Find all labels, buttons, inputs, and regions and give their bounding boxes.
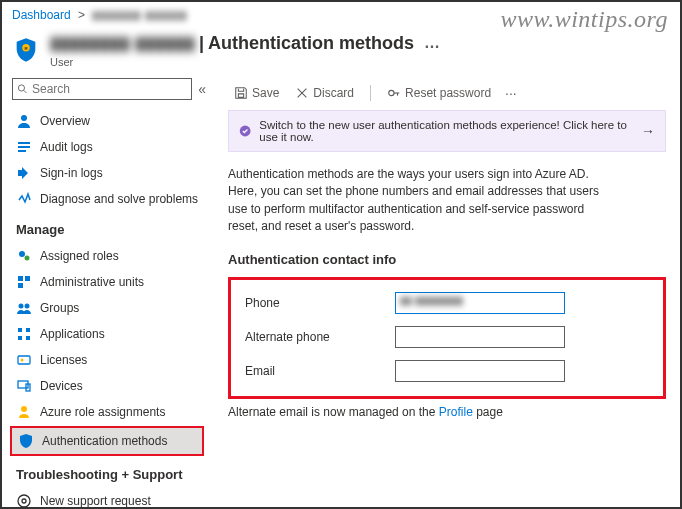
svg-rect-6 bbox=[18, 146, 30, 148]
sidebar-item-diagnose[interactable]: Diagnose and solve problems bbox=[10, 186, 210, 212]
sidebar-item-label: Sign-in logs bbox=[40, 166, 103, 180]
svg-rect-15 bbox=[18, 328, 22, 332]
log-icon bbox=[16, 139, 32, 155]
alternate-email-note: Alternate email is now managed on the Pr… bbox=[228, 405, 666, 419]
licenses-icon bbox=[16, 352, 32, 368]
main-content: Save Discard Reset password ··· Switch t… bbox=[210, 76, 680, 509]
sidebar-item-label: Applications bbox=[40, 327, 105, 341]
admin-units-icon bbox=[16, 274, 32, 290]
sidebar-item-label: Audit logs bbox=[40, 140, 93, 154]
breadcrumb-item[interactable]: ▮▮▮▮▮▮▮ ▮▮▮▮▮▮ bbox=[92, 8, 186, 22]
signin-icon bbox=[16, 165, 32, 181]
sidebar-item-azure-roles[interactable]: Azure role assignments bbox=[10, 399, 210, 425]
apps-icon bbox=[16, 326, 32, 342]
sidebar-item-devices[interactable]: Devices bbox=[10, 373, 210, 399]
arrow-right-icon: → bbox=[641, 123, 655, 139]
sidebar-item-auth-methods[interactable]: Authentication methods bbox=[12, 428, 202, 454]
sidebar-item-licenses[interactable]: Licenses bbox=[10, 347, 210, 373]
contact-info-form: Phone ▮▮ ▮▮▮▮▮▮▮▮ Alternate phone Email bbox=[228, 277, 666, 399]
banner-text: Switch to the new user authentication me… bbox=[259, 119, 633, 143]
azure-role-icon bbox=[16, 404, 32, 420]
discard-label: Discard bbox=[313, 86, 354, 100]
svg-rect-18 bbox=[26, 336, 30, 340]
svg-point-2 bbox=[18, 85, 24, 91]
roles-icon bbox=[16, 248, 32, 264]
sidebar-item-label: Administrative units bbox=[40, 275, 144, 289]
search-icon bbox=[17, 83, 28, 95]
sidebar-item-label: New support request bbox=[40, 494, 151, 508]
sidebar-item-label: Devices bbox=[40, 379, 83, 393]
svg-rect-11 bbox=[25, 276, 30, 281]
email-label: Email bbox=[245, 364, 395, 378]
toolbar-more[interactable]: ··· bbox=[501, 85, 521, 101]
alt-phone-input[interactable] bbox=[395, 326, 565, 348]
svg-rect-12 bbox=[18, 283, 23, 288]
phone-input[interactable]: ▮▮ ▮▮▮▮▮▮▮▮ bbox=[395, 292, 565, 314]
discard-button[interactable]: Discard bbox=[289, 84, 360, 102]
sidebar-item-groups[interactable]: Groups bbox=[10, 295, 210, 321]
switch-banner[interactable]: Switch to the new user authentication me… bbox=[228, 110, 666, 152]
svg-rect-10 bbox=[18, 276, 23, 281]
svg-point-24 bbox=[18, 495, 30, 507]
toolbar-sep bbox=[370, 85, 371, 101]
page-title: Authentication methods bbox=[208, 33, 414, 54]
page-subtitle: User bbox=[50, 56, 670, 68]
reset-label: Reset password bbox=[405, 86, 491, 100]
page-header: ▮▮▮▮▮▮▮▮ ▮▮▮▮▮▮ | Authentication methods… bbox=[2, 28, 680, 76]
breadcrumb-sep: > bbox=[78, 8, 85, 22]
search-input[interactable] bbox=[32, 82, 187, 96]
svg-rect-16 bbox=[26, 328, 30, 332]
svg-rect-7 bbox=[18, 150, 26, 152]
phone-label: Phone bbox=[245, 296, 395, 310]
reset-password-button[interactable]: Reset password bbox=[381, 84, 497, 102]
svg-point-25 bbox=[22, 499, 26, 503]
sidebar-item-signin-logs[interactable]: Sign-in logs bbox=[10, 160, 210, 186]
key-icon bbox=[387, 86, 401, 100]
sidebar-item-admin-units[interactable]: Administrative units bbox=[10, 269, 210, 295]
svg-point-13 bbox=[19, 304, 24, 309]
sidebar-item-label: Overview bbox=[40, 114, 90, 128]
discard-icon bbox=[295, 86, 309, 100]
check-circle-icon bbox=[239, 124, 251, 138]
save-button[interactable]: Save bbox=[228, 84, 285, 102]
person-icon bbox=[16, 113, 32, 129]
save-label: Save bbox=[252, 86, 279, 100]
sidebar-item-assigned-roles[interactable]: Assigned roles bbox=[10, 243, 210, 269]
email-input[interactable] bbox=[395, 360, 565, 382]
svg-point-9 bbox=[25, 256, 30, 261]
sidebar-item-audit-logs[interactable]: Audit logs bbox=[10, 134, 210, 160]
sidebar-section-troubleshoot: Troubleshooting + Support bbox=[10, 457, 210, 488]
user-name: ▮▮▮▮▮▮▮▮ ▮▮▮▮▮▮ bbox=[50, 32, 195, 54]
svg-point-20 bbox=[21, 359, 24, 362]
header-more[interactable]: … bbox=[418, 34, 446, 52]
search-box[interactable] bbox=[12, 78, 192, 100]
svg-rect-17 bbox=[18, 336, 22, 340]
sidebar-item-support[interactable]: New support request bbox=[10, 488, 210, 509]
sidebar: « Overview Audit logs Sign-in logs Diagn… bbox=[2, 76, 210, 509]
svg-point-14 bbox=[25, 304, 30, 309]
shield-small-icon bbox=[18, 433, 34, 449]
svg-point-23 bbox=[21, 406, 27, 412]
sidebar-section-manage: Manage bbox=[10, 212, 210, 243]
sidebar-item-label: Authentication methods bbox=[42, 434, 167, 448]
sidebar-item-label: Assigned roles bbox=[40, 249, 119, 263]
title-divider: | bbox=[199, 33, 204, 54]
breadcrumb-root[interactable]: Dashboard bbox=[12, 8, 71, 22]
svg-rect-1 bbox=[25, 47, 28, 50]
sidebar-item-overview[interactable]: Overview bbox=[10, 108, 210, 134]
toolbar: Save Discard Reset password ··· bbox=[228, 80, 666, 110]
sidebar-item-label: Diagnose and solve problems bbox=[40, 192, 198, 206]
groups-icon bbox=[16, 300, 32, 316]
section-heading: Authentication contact info bbox=[228, 252, 666, 267]
breadcrumb: Dashboard > ▮▮▮▮▮▮▮ ▮▮▮▮▮▮ bbox=[2, 2, 680, 28]
profile-link[interactable]: Profile bbox=[439, 405, 473, 419]
svg-rect-19 bbox=[18, 356, 30, 364]
svg-point-4 bbox=[21, 115, 27, 121]
svg-point-8 bbox=[19, 251, 25, 257]
diagnose-icon bbox=[16, 191, 32, 207]
support-icon bbox=[16, 493, 32, 509]
collapse-button[interactable]: « bbox=[198, 81, 206, 97]
shield-icon bbox=[12, 36, 40, 64]
sidebar-item-applications[interactable]: Applications bbox=[10, 321, 210, 347]
note-pre: Alternate email is now managed on the bbox=[228, 405, 439, 419]
